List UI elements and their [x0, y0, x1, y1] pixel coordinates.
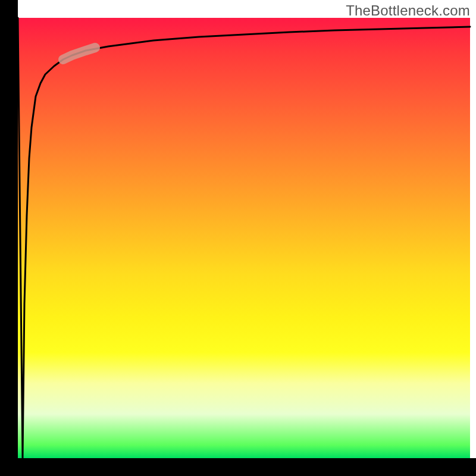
watermark-text: TheBottleneck.com: [346, 2, 470, 19]
x-axis-bar: [0, 458, 476, 476]
plot-gradient-area: [18, 18, 470, 458]
y-axis-bar: [0, 0, 18, 476]
chart-container: TheBottleneck.com: [0, 0, 476, 476]
